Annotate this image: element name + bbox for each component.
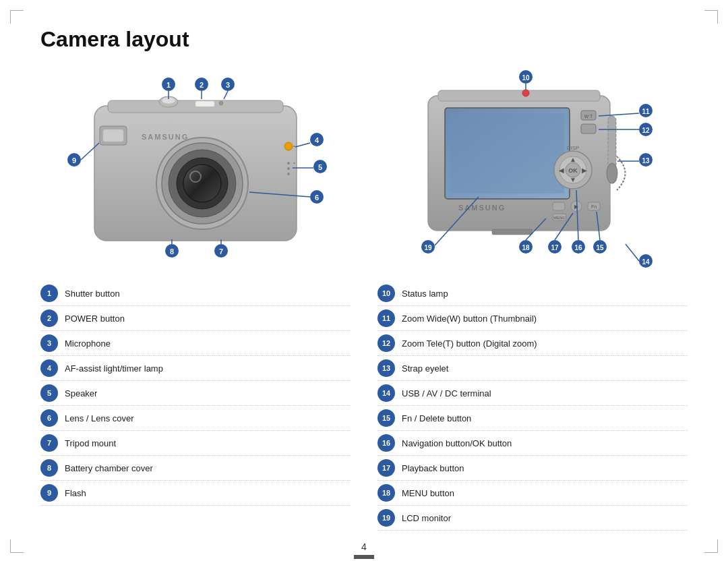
svg-text:10: 10 (522, 74, 530, 82)
legend-label: USB / AV / DC terminal (402, 388, 491, 398)
legend-label: POWER button (65, 314, 125, 324)
legend-num: 12 (377, 334, 395, 352)
legend-row: 2POWER button (40, 306, 351, 331)
legend-row: 13Strap eyelet (377, 356, 688, 381)
page-title: Camera layout (40, 27, 688, 52)
svg-text:14: 14 (642, 258, 650, 266)
legend-num: 13 (377, 359, 395, 377)
legend-label: Tripod mount (65, 438, 116, 448)
legend-num: 16 (377, 434, 395, 452)
legend-num: 7 (40, 434, 58, 452)
svg-text:18: 18 (522, 244, 530, 251)
legend-label: Shutter button (65, 289, 120, 299)
legend-row: 7Tripod mount (40, 431, 351, 456)
legend-row: 12Zoom Tele(T) button (Digital zoom) (377, 331, 688, 356)
svg-text:17: 17 (551, 244, 559, 251)
legend-row: 15Fn / Delete button (377, 406, 688, 431)
legend-row: 6Lens / Lens cover (40, 406, 351, 431)
legend-label: Zoom Tele(T) button (Digital zoom) (402, 338, 537, 349)
svg-text:12: 12 (642, 127, 650, 134)
legend-label: Zoom Wide(W) button (Thumbnail) (402, 314, 537, 324)
svg-point-55 (522, 90, 529, 96)
svg-text:19: 19 (424, 244, 432, 251)
legend-label: Flash (65, 488, 86, 498)
legend-num: 8 (40, 459, 58, 477)
legend-row: 14USB / AV / DC terminal (377, 381, 688, 406)
svg-rect-54 (581, 124, 596, 134)
legend-table-left: 1Shutter button2POWER button3Microphone4… (40, 281, 351, 531)
svg-text:9: 9 (72, 156, 76, 165)
corner-mark-tl (10, 10, 24, 24)
legend-num: 2 (40, 309, 58, 327)
svg-text:2: 2 (200, 81, 204, 89)
svg-text:▶: ▶ (582, 167, 587, 174)
svg-point-13 (287, 167, 290, 170)
legend-num: 14 (377, 384, 395, 402)
svg-text:5: 5 (318, 163, 322, 171)
legend-label: Battery chamber cover (65, 463, 153, 473)
svg-text:4: 4 (315, 136, 320, 144)
page-number-bar (354, 555, 374, 559)
svg-text:DISP: DISP (567, 145, 580, 151)
camera-back-wrapper: W T SAMSUNG OK DISP ▲ ▼ ◀ (377, 72, 688, 261)
svg-text:1: 1 (166, 81, 171, 89)
svg-text:MENU: MENU (553, 216, 566, 220)
camera-front-svg: SAMSUNG (54, 72, 337, 261)
legend-num: 4 (40, 359, 58, 377)
svg-text:15: 15 (596, 244, 604, 251)
svg-text:11: 11 (642, 108, 650, 115)
legend-num: 3 (40, 334, 58, 352)
svg-point-9 (183, 165, 221, 202)
svg-point-11 (284, 142, 293, 150)
legend-num: 10 (377, 285, 395, 302)
svg-text:Fn: Fn (591, 204, 597, 209)
svg-line-32 (295, 143, 310, 147)
svg-rect-51 (450, 113, 564, 194)
camera-back-svg: W T SAMSUNG OK DISP ▲ ▼ ◀ (391, 62, 674, 271)
legend-row: 9Flash (40, 481, 351, 506)
legend-label: Lens / Lens cover (65, 413, 134, 423)
svg-text:▼: ▼ (570, 176, 576, 183)
svg-text:SAMSUNG: SAMSUNG (142, 133, 189, 141)
legend-label: AF-assist light/timer lamp (65, 363, 163, 374)
svg-point-14 (287, 173, 290, 175)
legend-num: 11 (377, 309, 395, 327)
legend-row: 16Navigation button/OK button (377, 431, 688, 456)
legend-label: LCD monitor (402, 513, 451, 523)
legend-row: 10Status lamp (377, 281, 688, 306)
legend-section: 1Shutter button2POWER button3Microphone4… (40, 281, 688, 531)
camera-front-wrapper: SAMSUNG (40, 72, 351, 261)
legend-row: 11Zoom Wide(W) button (Thumbnail) (377, 306, 688, 331)
svg-point-74 (607, 163, 617, 183)
page-number: 4 (40, 541, 688, 559)
legend-row: 4AF-assist light/timer lamp (40, 356, 351, 381)
svg-text:7: 7 (219, 247, 223, 256)
legend-label: Microphone (65, 338, 111, 349)
svg-line-29 (224, 91, 228, 99)
svg-text:OK: OK (568, 167, 578, 174)
svg-text:13: 13 (642, 157, 650, 165)
legend-num: 17 (377, 459, 395, 477)
svg-text:8: 8 (170, 247, 174, 256)
corner-mark-tr (704, 10, 718, 24)
svg-line-90 (626, 244, 639, 261)
cameras-section: SAMSUNG (40, 72, 688, 261)
legend-row: 5Speaker (40, 381, 351, 406)
legend-num: 1 (40, 285, 58, 302)
legend-num: 9 (40, 484, 58, 502)
legend-label: Strap eyelet (402, 363, 448, 374)
legend-table-right: 10Status lamp11Zoom Wide(W) button (Thum… (377, 281, 688, 531)
legend-num: 19 (377, 509, 395, 527)
legend-label: Navigation button/OK button (402, 438, 512, 448)
svg-point-18 (219, 101, 223, 105)
legend-num: 5 (40, 384, 58, 402)
legend-row: 17Playback button (377, 456, 688, 481)
svg-text:◀: ◀ (559, 167, 564, 174)
svg-text:3: 3 (226, 81, 230, 89)
svg-rect-17 (195, 101, 214, 107)
page-container: Camera layout (0, 0, 728, 563)
svg-text:16: 16 (574, 244, 582, 251)
legend-label: Fn / Delete button (402, 413, 471, 423)
svg-rect-66 (553, 202, 565, 210)
corner-mark-br (704, 539, 718, 553)
